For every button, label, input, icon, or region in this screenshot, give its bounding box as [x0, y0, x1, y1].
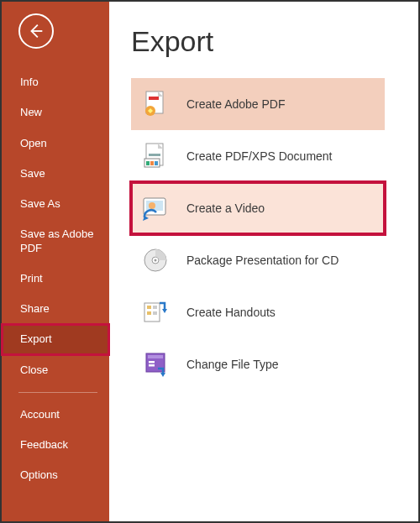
sidebar-item-options[interactable]: Options — [2, 460, 109, 490]
cd-icon — [141, 246, 170, 275]
page-title: Export — [131, 25, 418, 58]
option-label: Change File Type — [186, 358, 278, 371]
option-package-cd[interactable]: Package Presentation for CD — [131, 234, 385, 286]
option-create-video[interactable]: Create a Video — [131, 182, 385, 234]
svg-rect-9 — [150, 161, 154, 165]
option-label: Create a Video — [186, 201, 265, 215]
svg-rect-29 — [149, 364, 155, 367]
svg-point-17 — [155, 259, 157, 262]
svg-marker-25 — [162, 309, 167, 313]
export-options: Create Adobe PDF Create PDF/XPS Document — [131, 78, 385, 390]
svg-point-13 — [149, 202, 155, 209]
pdf-xps-icon — [141, 142, 170, 170]
sidebar-item-saveas-adobe-pdf[interactable]: Save as Adobe PDF — [2, 219, 109, 264]
option-change-file-type[interactable]: Change File Type — [131, 338, 385, 390]
option-label: Package Presentation for CD — [186, 254, 339, 267]
svg-rect-28 — [149, 361, 155, 363]
svg-rect-27 — [148, 355, 163, 358]
option-create-handouts[interactable]: Create Handouts — [131, 286, 385, 338]
backstage-sidebar: Info New Open Save Save As Save as Adobe… — [2, 2, 109, 521]
sidebar-menu: Info New Open Save Save As Save as Adobe… — [2, 67, 109, 491]
svg-rect-22 — [147, 311, 151, 315]
sidebar-divider — [18, 392, 97, 393]
adobe-pdf-icon — [141, 90, 170, 118]
sidebar-item-new[interactable]: New — [2, 97, 109, 128]
sidebar-item-account[interactable]: Account — [2, 400, 109, 430]
back-button[interactable] — [18, 13, 54, 49]
option-create-pdf-xps[interactable]: Create PDF/XPS Document — [131, 130, 385, 182]
option-label: Create Handouts — [186, 306, 276, 319]
option-create-adobe-pdf[interactable]: Create Adobe PDF — [131, 78, 385, 130]
svg-rect-2 — [149, 97, 159, 100]
option-label: Create PDF/XPS Document — [186, 149, 333, 163]
sidebar-item-info[interactable]: Info — [2, 67, 109, 97]
svg-rect-19 — [147, 306, 151, 309]
svg-rect-10 — [155, 161, 158, 165]
video-icon — [141, 194, 170, 222]
handouts-icon — [141, 298, 170, 327]
svg-rect-18 — [144, 303, 160, 322]
option-label: Create Adobe PDF — [186, 97, 286, 111]
svg-rect-6 — [149, 154, 160, 156]
arrow-left-icon — [27, 22, 45, 40]
svg-marker-30 — [160, 373, 165, 377]
sidebar-item-share[interactable]: Share — [2, 294, 109, 324]
sidebar-item-export[interactable]: Export — [2, 324, 109, 354]
filetype-icon — [141, 350, 170, 379]
sidebar-item-feedback[interactable]: Feedback — [2, 430, 109, 460]
sidebar-item-print[interactable]: Print — [2, 264, 109, 294]
sidebar-item-open[interactable]: Open — [2, 128, 109, 159]
app-frame: Info New Open Save Save As Save as Adobe… — [0, 0, 420, 523]
svg-rect-8 — [146, 161, 150, 165]
sidebar-item-saveas[interactable]: Save As — [2, 189, 109, 219]
sidebar-item-save[interactable]: Save — [2, 159, 109, 189]
sidebar-item-close[interactable]: Close — [2, 355, 109, 385]
main-panel: Export Create Adobe PDF — [109, 2, 418, 521]
